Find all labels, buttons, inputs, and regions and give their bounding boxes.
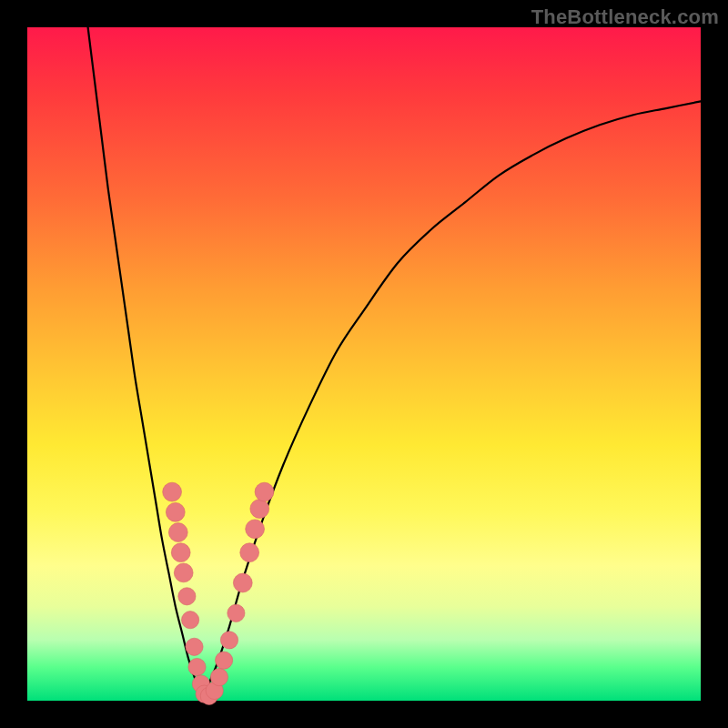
marker-dot xyxy=(178,588,196,605)
chart-frame: TheBottleneck.com xyxy=(0,0,728,728)
marker-dot xyxy=(210,669,228,686)
marker-dot xyxy=(216,652,233,669)
marker-dot xyxy=(228,604,245,622)
marker-dot xyxy=(163,482,182,501)
marker-dot xyxy=(182,612,199,629)
plot-area xyxy=(27,27,701,701)
marker-dot xyxy=(168,523,187,542)
bottleneck-curve-right xyxy=(202,101,701,697)
marker-dot xyxy=(255,482,274,501)
curve-svg xyxy=(27,27,701,701)
marker-dot xyxy=(174,563,193,582)
marker-dot xyxy=(186,638,203,655)
watermark-text: TheBottleneck.com xyxy=(531,5,719,29)
marker-dot xyxy=(188,658,206,675)
marker-dot xyxy=(233,573,252,592)
marker-dot xyxy=(220,632,238,649)
marker-dot xyxy=(240,543,259,562)
marker-dot xyxy=(250,500,269,519)
data-markers xyxy=(163,482,274,704)
marker-dot xyxy=(166,502,185,521)
marker-dot xyxy=(246,520,265,539)
marker-dot xyxy=(171,543,190,562)
